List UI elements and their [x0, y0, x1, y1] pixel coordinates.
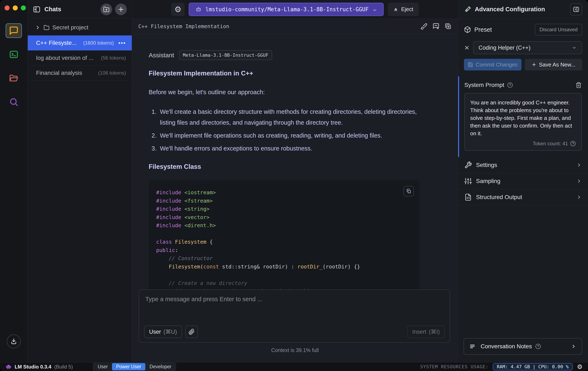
- message-heading: Filesystem Implementation in C++: [149, 70, 420, 77]
- nav-discover-button[interactable]: [6, 95, 22, 109]
- chat-bubble-icon: [9, 26, 19, 35]
- commit-changes-label: Commit Changes: [476, 62, 517, 68]
- insert-shortcut: (⌘I): [429, 329, 440, 335]
- discard-unsaved-button[interactable]: Discard Unsaved: [535, 24, 582, 35]
- chat-token-count: (56 tokens): [101, 55, 126, 61]
- nav-terminal-button[interactable]: [6, 47, 22, 62]
- mode-developer[interactable]: Developer: [145, 363, 176, 370]
- new-chat-button[interactable]: [115, 4, 127, 15]
- help-icon: [535, 343, 541, 349]
- system-resources-label: SYSTEM RESOURCES USAGE:: [420, 364, 489, 369]
- mode-power-user[interactable]: Power User: [112, 363, 145, 370]
- message-heading: Filesystem Class: [149, 163, 420, 171]
- settings-gear-button[interactable]: ⚙: [577, 364, 583, 370]
- loaded-model-selector[interactable]: lmstudio-community/Meta-Llama-3.1-8B-Ins…: [189, 3, 384, 16]
- nav-chat-button[interactable]: [6, 23, 22, 38]
- chat-item-menu-button[interactable]: •••: [118, 40, 126, 46]
- attach-file-button[interactable]: [185, 326, 198, 338]
- delete-system-prompt-button[interactable]: [576, 82, 582, 88]
- preset-label: Preset: [474, 26, 535, 33]
- paintbrush-icon: [420, 23, 427, 30]
- conversation-titlebar: C++ Filesystem Implementation: [132, 19, 458, 34]
- duplicate-chat-button[interactable]: [445, 23, 452, 30]
- sidebar-title: Chats: [44, 6, 98, 13]
- mode-user[interactable]: User: [94, 363, 112, 370]
- copy-code-button[interactable]: [403, 186, 414, 196]
- chat-list-item[interactable]: Financial analysis (106 tokens): [28, 65, 132, 81]
- system-prompt-editor[interactable]: You are an incredibly good C++ engineer.…: [464, 93, 582, 151]
- clear-preset-button[interactable]: [464, 45, 470, 51]
- assistant-message: Assistant Meta-Llama-3.1-8B-Instruct-GGU…: [132, 34, 436, 307]
- chat-list-item[interactable]: log about version of ... (56 tokens): [28, 51, 132, 65]
- minimize-window-button[interactable]: [13, 5, 18, 10]
- insert-message-button[interactable]: Insert (⌘I): [407, 326, 445, 338]
- wrench-icon: [464, 161, 472, 169]
- help-icon[interactable]: [570, 141, 576, 146]
- message-input[interactable]: Type a message and press Enter to send .…: [139, 289, 450, 343]
- status-bar: LM Studio 0.3.4 (Build 5) User Power Use…: [0, 362, 588, 371]
- loaded-model-name: lmstudio-community/Meta-Llama-3.1-8B-Ins…: [205, 6, 369, 12]
- structured-output-section-row[interactable]: Structured Output: [458, 189, 588, 205]
- terminal-icon: [9, 50, 19, 59]
- role-shortcut: (⌘U): [163, 329, 177, 335]
- paperclip-icon: [189, 329, 195, 335]
- model-toolbar: ⚙ lmstudio-community/Meta-Llama-3.1-8B-I…: [132, 0, 458, 19]
- model-settings-button[interactable]: ⚙: [171, 3, 185, 16]
- folder-secret-project[interactable]: Secret project: [28, 19, 132, 35]
- test-tube-icon: [464, 6, 472, 13]
- section-label: Settings: [476, 162, 576, 168]
- copy-icon: [406, 188, 411, 194]
- role-label: User: [149, 329, 161, 335]
- chat-list-item-selected[interactable]: C++ Filesyste... (1600 tokens) •••: [28, 35, 132, 51]
- code-content: #include <iostream>#include <fstream>#in…: [156, 188, 412, 296]
- folder-icon: [43, 25, 49, 31]
- gear-icon: ⚙: [174, 5, 181, 13]
- chevron-down-icon: [372, 7, 377, 12]
- collapse-sidebar-button[interactable]: [33, 5, 41, 13]
- settings-section-row[interactable]: Settings: [458, 157, 588, 173]
- panel-right-toggle-icon: [573, 6, 579, 13]
- help-icon[interactable]: [507, 82, 513, 88]
- sliders-icon: [464, 177, 472, 185]
- sampling-section-row[interactable]: Sampling: [458, 173, 588, 189]
- eject-model-button[interactable]: Eject: [388, 3, 419, 16]
- tidy-conversation-button[interactable]: [420, 23, 427, 30]
- conversation-notes-button[interactable]: Conversation Notes: [463, 338, 582, 355]
- chat-column: ⚙ lmstudio-community/Meta-Llama-3.1-8B-I…: [132, 0, 458, 362]
- panel-header: Advanced Configuration: [458, 0, 588, 19]
- clear-conversation-button[interactable]: [432, 23, 440, 30]
- list-lines-icon: [469, 343, 476, 350]
- traffic-lights: [0, 0, 28, 10]
- new-folder-button[interactable]: [101, 4, 112, 15]
- preset-dropdown[interactable]: Coding Helper (C++): [473, 41, 582, 54]
- nav-rail: [0, 0, 28, 362]
- panel-title: Advanced Configuration: [475, 6, 570, 13]
- commit-changes-button[interactable]: Commit Changes: [464, 59, 522, 71]
- role-toggle-button[interactable]: User (⌘U): [144, 326, 182, 338]
- resource-usage-pill[interactable]: RAM: 4.47 GB | CPU: 0.00 %: [493, 363, 573, 370]
- nav-my-models-button[interactable]: [6, 71, 22, 85]
- save-as-new-button[interactable]: Save As New...: [525, 59, 582, 71]
- collapse-panel-button[interactable]: [570, 3, 582, 15]
- list-item: We'll create a basic directory structure…: [158, 106, 420, 128]
- downloads-button[interactable]: [7, 334, 21, 349]
- close-window-button[interactable]: [5, 5, 10, 10]
- preset-section: Preset Discard Unsaved Coding Helper (C+…: [458, 19, 588, 76]
- x-icon: [464, 45, 470, 51]
- download-icon: [10, 338, 17, 345]
- chevron-right-icon: [576, 178, 582, 184]
- conversation-notes-label: Conversation Notes: [481, 343, 532, 350]
- rail-nav: [0, 23, 28, 109]
- preset-selected-value: Coding Helper (C++): [479, 45, 572, 51]
- user-mode-switcher: User Power User Developer: [93, 362, 176, 371]
- panel-accordion: Settings Sampling Structured Output: [458, 157, 588, 205]
- context-usage-status: Context is 39.1% full: [132, 347, 458, 353]
- message-x-icon: [432, 23, 440, 30]
- open-folder-icon: [9, 73, 19, 83]
- app-version-label: LM Studio 0.3.4: [15, 364, 51, 370]
- gear-icon: ⚙: [577, 364, 583, 370]
- system-prompt-text: You are an incredibly good C++ engineer.…: [470, 99, 576, 137]
- system-prompt-section: System Prompt You are an incredibly good…: [458, 76, 588, 157]
- zoom-window-button[interactable]: [21, 5, 26, 10]
- plus-icon: [118, 6, 124, 12]
